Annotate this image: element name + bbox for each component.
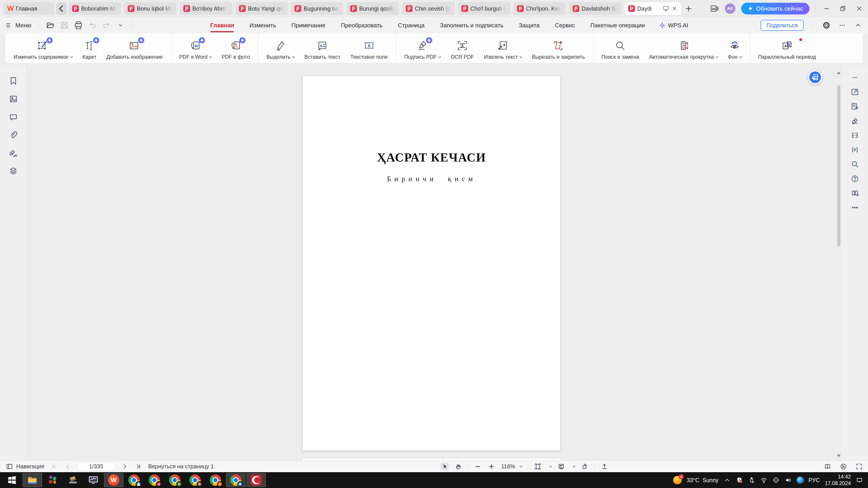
user-avatar[interactable]: AK [725,3,735,14]
zoom-level-dropdown[interactable]: 116% [501,463,522,470]
chrome-profile-button[interactable]: A [206,473,225,487]
sign-pdf-button[interactable]: Подпись PDF [399,33,445,63]
wps-ai-button[interactable]: WPS AI [659,22,688,29]
chrome-profile-button[interactable]: S [185,473,205,487]
ocr-pdf-button[interactable]: A OCR PDF [446,33,479,63]
webcam-app-icon[interactable] [797,477,804,484]
previous-page-button[interactable] [64,463,71,470]
tab-scroll-left-button[interactable] [56,2,67,15]
settings-gear-button[interactable] [822,21,831,30]
highlight-button[interactable]: Выделить [261,33,299,63]
volume-icon[interactable] [784,477,792,484]
layers-icon[interactable] [9,167,18,176]
upload-share-button[interactable] [600,463,608,470]
document-tab[interactable]: Cho'lpon. Kec [513,2,566,15]
phone-link-icon[interactable] [772,477,780,484]
tray-expand-button[interactable] [723,477,731,484]
page-indicator-input[interactable]: 1/335 [77,462,115,471]
scroll-down-arrow[interactable] [837,455,841,457]
last-page-button[interactable] [135,463,143,470]
convert-to-word-floating-button[interactable]: W [808,70,822,85]
share-button[interactable]: Поделиться [761,20,804,31]
export-document-icon[interactable] [850,102,859,111]
scroll-up-arrow[interactable] [837,71,841,74]
auto-scroll-button[interactable]: Автоматическая прокрутка [644,33,723,63]
taskbar-app-red[interactable] [246,473,266,487]
close-window-button[interactable] [854,3,864,14]
attachments-icon[interactable] [9,131,18,140]
reading-mode-button[interactable] [557,463,565,470]
help-icon[interactable] [850,174,859,183]
chrome-profile-button[interactable] [124,473,144,487]
wifi-icon[interactable] [760,477,767,484]
taskbar-app-monitor[interactable] [84,473,103,487]
images-icon[interactable] [9,94,18,103]
select-tool-button[interactable] [441,463,448,470]
weather-widget[interactable]: 33°C Sunny [687,477,719,484]
bookmarks-icon[interactable] [9,76,18,86]
slideshow-play-button[interactable] [839,463,847,470]
chevron-down-icon[interactable] [572,464,576,467]
restore-button[interactable] [838,3,848,14]
fit-page-button[interactable] [534,463,541,470]
document-tab[interactable]: Cho'l burguti ( [458,2,510,15]
book-view-button[interactable] [824,463,831,470]
menu-tab-active[interactable]: Главная [209,17,236,33]
menu-tab[interactable]: Пакетные операции [589,17,646,33]
edit-content-button[interactable]: Изменить содержимое [8,33,78,63]
print-button[interactable] [74,21,83,30]
menu-tab[interactable]: Примечание [290,17,327,33]
add-to-bookshelf-icon[interactable] [850,189,859,197]
document-tab[interactable]: Bugunning ba [291,2,343,15]
search-replace-button[interactable]: Поиск и замена [596,33,644,63]
pdf-to-photo-button[interactable]: PDF в фото [217,33,255,63]
chrome-profile-button[interactable]: U [145,473,164,487]
signature-icon[interactable] [9,149,18,158]
taskbar-app-tool[interactable] [63,473,83,487]
collapse-ribbon-button[interactable] [854,21,863,30]
document-tab[interactable]: Davlatshoh Sa [569,2,621,15]
document-tab[interactable]: Boborahim Ma [68,2,121,15]
redo-button[interactable] [102,21,111,30]
text-field-button[interactable]: A Текстовое поле [345,33,393,63]
text-reflow-icon[interactable] [850,145,859,154]
edit-page-icon[interactable] [850,88,859,96]
main-menu-button[interactable]: Меню [5,22,31,29]
home-tab[interactable]: W Главная [4,2,55,15]
chevron-down-icon[interactable] [549,464,552,467]
document-canvas[interactable]: ҲАСРАТ КЕЧАСИ Биринчи қисм W [27,66,836,460]
tab-overview-button[interactable]: 24 [710,4,719,13]
notification-center-button[interactable] [856,477,863,484]
cut-pin-button[interactable]: Вырезать и закрепить [527,33,590,63]
minimize-button[interactable] [822,3,832,14]
comments-icon[interactable] [9,112,18,122]
menu-tab[interactable]: Защита [518,17,541,33]
pdf-to-word-button[interactable]: W PDF в Word [174,33,217,63]
zoom-in-button[interactable] [488,463,495,470]
document-tab[interactable]: Botu Yangi qis [235,2,288,15]
caret-button[interactable]: Карет [78,33,101,63]
background-button[interactable]: Фон [723,33,747,63]
clock[interactable]: 14:42 17.08.2024 [825,474,851,487]
collapse-dash-icon[interactable] [850,73,859,82]
file-explorer-button[interactable] [23,473,42,487]
signature-pen-icon[interactable] [850,117,859,125]
search-panel-icon[interactable] [850,160,859,168]
quickbar-dropdown[interactable] [116,21,125,30]
parallel-translate-button[interactable]: A Параллельный перевод [753,33,821,63]
language-indicator[interactable]: РУС [809,477,820,484]
rotate-page-button[interactable] [581,463,589,470]
present-monitor-icon[interactable] [662,5,669,12]
first-page-button[interactable] [50,463,58,470]
zoom-out-button[interactable] [474,463,482,470]
document-tab[interactable]: Bo'riboy Ahm [180,2,232,15]
update-now-button[interactable]: Обновить сейчас [741,3,809,14]
document-tab[interactable]: Bonu Iqbol Mi [124,2,177,15]
document-tab[interactable]: Chin sevish (d [402,2,455,15]
back-to-page-link[interactable]: Вернуться на страницу 1 [148,463,214,470]
insert-text-button[interactable]: A Вставить текст [300,33,345,63]
usb-device-icon[interactable] [748,477,755,484]
more-options-button[interactable] [838,21,847,30]
close-tab-icon[interactable] [672,6,677,11]
undo-button[interactable] [88,21,97,30]
